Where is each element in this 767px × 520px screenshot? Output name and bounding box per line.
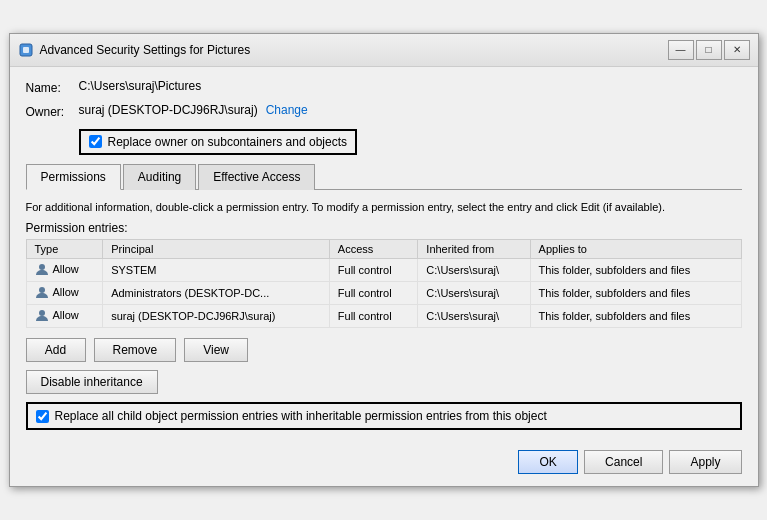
table-row[interactable]: Allow suraj (DESKTOP-DCJ96RJ\suraj) Full… [26, 305, 741, 328]
row-access: Full control [329, 282, 418, 305]
cancel-button[interactable]: Cancel [584, 450, 663, 474]
remove-button[interactable]: Remove [94, 338, 177, 362]
permission-table: Type Principal Access Inherited from App… [26, 239, 742, 328]
row-inherited: C:\Users\suraj\ [418, 259, 530, 282]
minimize-button[interactable]: — [668, 40, 694, 60]
user-icon [35, 285, 49, 299]
close-button[interactable]: ✕ [724, 40, 750, 60]
table-row[interactable]: Allow Administrators (DESKTOP-DC... Full… [26, 282, 741, 305]
owner-label: Owner: [26, 103, 71, 119]
user-icon [35, 262, 49, 276]
user-icon [35, 308, 49, 322]
owner-value: suraj (DESKTOP-DCJ96RJ\suraj) [79, 103, 258, 117]
row-applies: This folder, subfolders and files [530, 282, 741, 305]
tab-content: For additional information, double-click… [26, 200, 742, 430]
title-bar: Advanced Security Settings for Pictures … [10, 34, 758, 67]
name-value: C:\Users\suraj\Pictures [79, 79, 202, 93]
name-label: Name: [26, 79, 71, 95]
table-action-buttons: Add Remove View [26, 338, 742, 362]
row-access: Full control [329, 305, 418, 328]
col-inherited: Inherited from [418, 240, 530, 259]
tab-auditing[interactable]: Auditing [123, 164, 196, 190]
main-content: Name: C:\Users\suraj\Pictures Owner: sur… [10, 67, 758, 442]
col-applies: Applies to [530, 240, 741, 259]
svg-point-3 [39, 287, 45, 293]
main-window: Advanced Security Settings for Pictures … [9, 33, 759, 487]
tab-permissions[interactable]: Permissions [26, 164, 121, 190]
row-applies: This folder, subfolders and files [530, 305, 741, 328]
change-owner-link[interactable]: Change [266, 103, 308, 117]
apply-button[interactable]: Apply [669, 450, 741, 474]
owner-row: Owner: suraj (DESKTOP-DCJ96RJ\suraj) Cha… [26, 103, 742, 119]
row-inherited: C:\Users\suraj\ [418, 305, 530, 328]
view-button[interactable]: View [184, 338, 248, 362]
disable-inheritance-button[interactable]: Disable inheritance [26, 370, 158, 394]
replace-owner-checkbox[interactable] [89, 135, 102, 148]
tab-effective-access[interactable]: Effective Access [198, 164, 315, 190]
col-principal: Principal [103, 240, 330, 259]
row-type: Allow [26, 282, 103, 305]
row-principal: Administrators (DESKTOP-DC... [103, 282, 330, 305]
svg-point-4 [39, 310, 45, 316]
col-type: Type [26, 240, 103, 259]
dialog-buttons: OK Cancel Apply [10, 442, 758, 486]
inherit-checkbox[interactable] [36, 410, 49, 423]
row-principal: suraj (DESKTOP-DCJ96RJ\suraj) [103, 305, 330, 328]
inherit-checkbox-row: Replace all child object permission entr… [26, 402, 742, 430]
table-row[interactable]: Allow SYSTEM Full control C:\Users\suraj… [26, 259, 741, 282]
permission-entries-label: Permission entries: [26, 221, 742, 235]
name-row: Name: C:\Users\suraj\Pictures [26, 79, 742, 95]
row-type: Allow [26, 305, 103, 328]
window-icon [18, 42, 34, 58]
window-controls: — □ ✕ [668, 40, 750, 60]
col-access: Access [329, 240, 418, 259]
window-title: Advanced Security Settings for Pictures [40, 43, 662, 57]
row-type: Allow [26, 259, 103, 282]
svg-rect-1 [23, 47, 29, 53]
tab-bar: Permissions Auditing Effective Access [26, 163, 742, 190]
add-button[interactable]: Add [26, 338, 86, 362]
row-inherited: C:\Users\suraj\ [418, 282, 530, 305]
row-applies: This folder, subfolders and files [530, 259, 741, 282]
svg-point-2 [39, 264, 45, 270]
inherit-label: Replace all child object permission entr… [55, 409, 547, 423]
ok-button[interactable]: OK [518, 450, 578, 474]
row-principal: SYSTEM [103, 259, 330, 282]
row-access: Full control [329, 259, 418, 282]
info-text: For additional information, double-click… [26, 200, 742, 215]
replace-owner-label: Replace owner on subcontainers and objec… [108, 135, 347, 149]
maximize-button[interactable]: □ [696, 40, 722, 60]
